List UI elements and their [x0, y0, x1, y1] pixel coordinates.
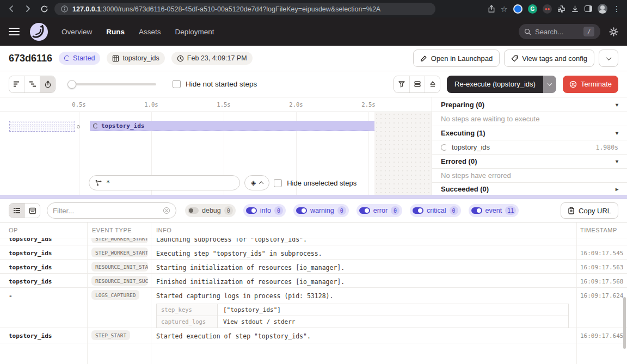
funnel-icon [398, 81, 405, 88]
table-row[interactable]: topstory_ids RESOURCE_INIT_SUCC… Finishe… [0, 274, 627, 288]
level-toggle-debug[interactable]: debug 0 [185, 204, 236, 217]
hide-unselected-option[interactable]: Hide unselected steps [274, 179, 356, 187]
extension-icon-blue[interactable] [513, 4, 522, 14]
toggle-switch[interactable] [413, 207, 423, 214]
nav-overview[interactable]: Overview [62, 28, 92, 36]
level-toggle-info[interactable]: info 0 [243, 204, 286, 217]
errored-section-header[interactable]: Errored (0) ▾ [432, 155, 627, 169]
filter-eject-button[interactable] [425, 76, 440, 92]
dagster-logo-icon[interactable] [29, 22, 48, 41]
event-type-pill: LOGS_CAPTURED [91, 290, 139, 300]
timestamp-cell: 16:09:17.545 [576, 245, 627, 260]
global-search[interactable]: / [519, 24, 600, 39]
browser-reload-button[interactable] [38, 3, 50, 15]
log-filter-field[interactable] [47, 202, 176, 219]
executing-step-row[interactable]: topstory_ids 1.980s [432, 140, 627, 155]
open-launchpad-button[interactable]: Open in Launchpad [413, 50, 500, 67]
panel-resize-handle[interactable] [0, 195, 627, 199]
reexecute-dropdown-button[interactable] [543, 76, 556, 93]
log-scrollbar-thumb[interactable] [623, 297, 626, 349]
run-status-label: Started [73, 54, 95, 62]
view-stdout-stderr-link[interactable]: View stdout / stderr [218, 316, 568, 328]
extension-icon-dark[interactable]: ●● [543, 4, 552, 14]
extension-icon-grammarly[interactable]: G [528, 4, 537, 14]
copy-url-button[interactable]: Copy URL [561, 202, 618, 219]
toggle-switch[interactable] [471, 207, 482, 214]
bookmark-star-icon[interactable]: ☆ [501, 5, 508, 13]
run-id: 673d6116 [9, 53, 52, 64]
hide-not-started-checkbox[interactable] [173, 80, 181, 88]
browser-back-button[interactable] [5, 3, 17, 15]
level-toggle-warning[interactable]: warning 0 [293, 204, 349, 217]
toggle-switch[interactable] [246, 207, 257, 214]
search-input[interactable] [535, 28, 580, 36]
job-name-badge[interactable]: topstory_ids [107, 52, 164, 65]
view-tags-config-button[interactable]: View tags and config [504, 50, 594, 67]
downloads-icon[interactable] [571, 5, 579, 13]
settings-gear-icon[interactable] [609, 27, 618, 36]
clear-filter-icon[interactable] [163, 207, 170, 214]
side-panel-icon[interactable] [585, 5, 592, 12]
toggle-switch[interactable] [188, 207, 199, 214]
toggle-switch[interactable] [296, 207, 307, 214]
op-cell: topstory_ids [0, 245, 87, 260]
hide-unselected-checkbox[interactable] [274, 179, 282, 187]
table-row-partial[interactable]: topstory_ids STEP_WORKER_STARTI… Launchi… [0, 238, 627, 245]
log-view-list-button[interactable] [9, 203, 24, 218]
browser-forward-button[interactable] [22, 3, 34, 15]
address-bar[interactable]: 127.0.0.1:3000/runs/673d6116-0528-45df-a… [54, 3, 435, 15]
table-row[interactable]: topstory_ids RESOURCE_INIT_STAR… Startin… [0, 260, 627, 274]
op-cell: topstory_ids [0, 260, 87, 274]
op-selector-input[interactable] [106, 179, 234, 187]
main-nav: Overview Runs Assets Deployment [62, 28, 214, 36]
gantt-zoom-slider[interactable] [67, 80, 156, 89]
level-toggle-critical[interactable]: critical 0 [410, 204, 460, 217]
nav-runs[interactable]: Runs [106, 28, 125, 36]
toggle-switch[interactable] [359, 207, 370, 214]
run-actions-dropdown-button[interactable] [599, 50, 618, 67]
succeeded-section-header[interactable]: Succeeded (0) ▸ [432, 183, 627, 195]
share-icon[interactable] [488, 5, 495, 13]
site-info-icon[interactable] [61, 5, 68, 13]
reexecute-button[interactable]: Re-execute (topstory_ids) [447, 76, 543, 93]
browser-menu-icon[interactable]: ⋮ [613, 5, 620, 13]
view-mode-flat-button[interactable] [9, 76, 24, 92]
nav-deployment[interactable]: Deployment [175, 28, 214, 36]
hamburger-menu-icon[interactable] [9, 28, 20, 36]
table-row[interactable]: topstory_ids STEP_START Started executio… [0, 328, 627, 343]
gantt-step-bar[interactable]: topstory_ids [90, 121, 374, 131]
clipboard-icon [568, 207, 575, 214]
timestamp-cell: 16:09:17.624 [576, 288, 627, 328]
level-toggle-event[interactable]: event 11 [469, 204, 519, 217]
graph-layers-button[interactable]: ◈ [244, 175, 269, 190]
table-row-logs-captured[interactable]: - LOGS_CAPTURED Started capturing logs i… [0, 288, 627, 328]
timestamp-cell: 16:09:17.568 [576, 274, 627, 288]
level-label: error [373, 207, 388, 214]
terminate-button[interactable]: Terminate [563, 76, 618, 93]
log-filter-input[interactable] [53, 207, 159, 215]
timestamp-cell: 16:09:17.563 [576, 260, 627, 274]
table-row[interactable]: topstory_ids STEP_WORKER_STARTED Executi… [0, 245, 627, 260]
level-toggle-error[interactable]: error 0 [356, 204, 402, 217]
view-mode-timed-button[interactable] [40, 76, 55, 92]
filter-funnel-button[interactable] [394, 76, 409, 92]
preparing-section-header[interactable]: Preparing (0) ▾ [432, 97, 627, 112]
gantt-connector-dot [77, 125, 80, 128]
slider-knob[interactable] [67, 80, 76, 89]
executing-section-header[interactable]: Executing (1) ▾ [432, 126, 627, 140]
view-mode-waterfall-button[interactable] [24, 76, 40, 92]
profile-avatar[interactable] [598, 4, 607, 14]
op-selector-field[interactable] [89, 175, 240, 190]
filter-rows-button[interactable] [409, 76, 425, 92]
extensions-puzzle-icon[interactable] [557, 5, 565, 13]
run-time-label: Feb 23, 4:09:17 PM [187, 54, 247, 62]
hide-not-started-option[interactable]: Hide not started steps [173, 80, 257, 88]
slider-track[interactable] [67, 83, 156, 85]
step-states-panel: Preparing (0) ▾ No steps are waiting to … [432, 97, 627, 195]
gantt-placeholder-step[interactable] [9, 121, 75, 132]
log-view-structured-button[interactable] [24, 203, 40, 218]
gantt-future-region [374, 112, 432, 195]
nav-assets[interactable]: Assets [139, 28, 161, 36]
op-cell: topstory_ids [0, 238, 87, 245]
executing-step-name: topstory_ids [452, 143, 490, 151]
